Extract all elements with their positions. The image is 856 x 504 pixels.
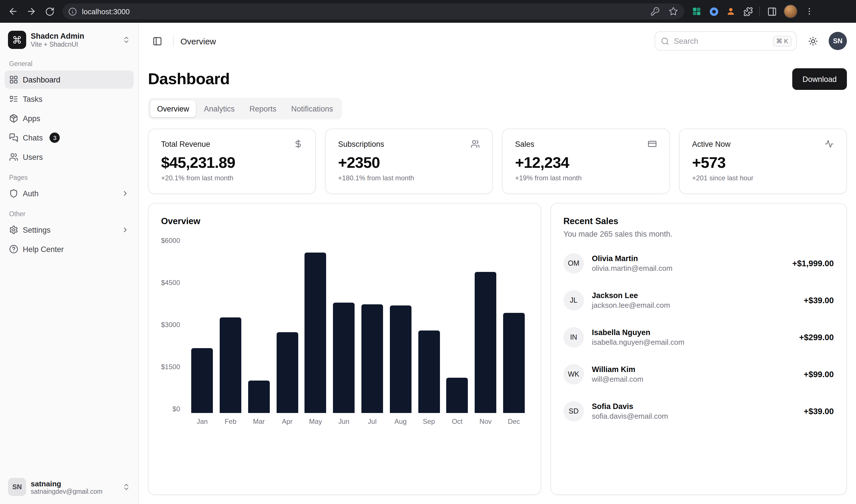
address-bar[interactable]: localhost:3000 — [63, 3, 684, 19]
extensions-menu-button[interactable] — [740, 3, 756, 19]
sale-email: olivia.martin@email.com — [592, 264, 673, 272]
x-tick-label: Dec — [500, 417, 528, 426]
chats-badge: 3 — [50, 132, 60, 143]
search-placeholder: Search — [674, 37, 698, 45]
stat-cards: Total Revenue $45,231.89 +20.1% from las… — [148, 129, 847, 194]
user-name: satnaing — [31, 479, 118, 488]
download-button[interactable]: Download — [792, 68, 847, 90]
chart-yaxis: $6000$4500$3000$1500$0 — [161, 237, 188, 413]
stat-head: Total Revenue — [161, 139, 303, 148]
users-icon — [471, 139, 480, 148]
sidebar-item-tasks[interactable]: Tasks — [4, 90, 134, 108]
stat-card-subscriptions: Subscriptions +2350 +180.1% from last mo… — [325, 129, 493, 194]
tab-analytics[interactable]: Analytics — [197, 100, 242, 117]
info-icon — [68, 7, 76, 16]
main-area: Overview Search ⌘ K SN Dashboard D — [139, 23, 856, 504]
extension-button-3[interactable] — [723, 3, 739, 19]
sidebar-item-help-center[interactable]: Help Center — [4, 240, 134, 258]
kebab-menu-icon — [805, 7, 814, 16]
bar-column — [443, 237, 472, 413]
app-name: Shadcn Admin — [31, 32, 118, 40]
sidebar-user-menu[interactable]: SN satnaing satnaingdev@gmail.com — [4, 474, 134, 500]
sidebar-item-chats[interactable]: Chats 3 — [4, 129, 134, 147]
app-shell: Shadcn Admin Vite + ShadcnUI General Das… — [0, 23, 856, 504]
app-subtitle: Vite + ShadcnUI — [31, 41, 118, 48]
stat-value: $45,231.89 — [161, 154, 303, 172]
bar-column — [330, 237, 358, 413]
bar-column — [386, 237, 415, 413]
bar-column — [415, 237, 443, 413]
sidebar-toggle-button[interactable] — [148, 32, 166, 50]
side-panel-button[interactable] — [763, 3, 780, 20]
sidebar-nav-pages: Auth — [4, 184, 134, 202]
section-label-pages: Pages — [4, 174, 134, 181]
overview-chart-card: Overview $6000$4500$3000$1500$0 JanFebMa… — [148, 203, 541, 495]
list-item: WK William Kim will@email.com +$99.00 — [563, 364, 834, 384]
chrome-separator — [759, 6, 760, 17]
sidebar-item-apps[interactable]: Apps — [4, 109, 134, 127]
theme-toggle-button[interactable] — [804, 32, 822, 50]
sidebar-item-label: Tasks — [23, 95, 42, 103]
sidebar-item-settings[interactable]: Settings — [4, 221, 134, 239]
sidebar-item-label: Help Center — [23, 245, 64, 253]
bar-dec — [503, 313, 525, 413]
browser-menu-button[interactable] — [801, 3, 818, 20]
site-info-button[interactable] — [66, 5, 78, 18]
gear-icon — [9, 225, 18, 234]
chevron-right-icon — [121, 190, 129, 197]
avatar: WK — [563, 364, 584, 384]
team-switcher[interactable]: Shadcn Admin Vite + ShadcnUI — [4, 27, 134, 52]
x-tick-label: Jun — [330, 417, 358, 426]
sidebar-item-auth[interactable]: Auth — [4, 184, 134, 202]
browser-profile-avatar[interactable] — [784, 4, 797, 18]
extension-circle-icon — [709, 6, 719, 16]
x-tick-label: Oct — [443, 417, 472, 426]
extension-button-2[interactable] — [706, 3, 722, 19]
dollar-icon — [294, 139, 303, 148]
search-input[interactable]: Search ⌘ K — [654, 31, 797, 51]
breadcrumb: Overview — [180, 36, 216, 46]
extension-button-1[interactable] — [689, 3, 704, 19]
y-tick-label: $0 — [172, 405, 180, 413]
chevrons-up-down-icon — [122, 36, 130, 44]
sidebar-item-users[interactable]: Users — [4, 148, 134, 166]
bar-jan — [192, 348, 213, 413]
password-manager-button[interactable] — [648, 4, 663, 19]
x-tick-label: Jan — [188, 417, 216, 426]
list-item: SD Sofia Davis sofia.davis@email.com +$3… — [563, 401, 834, 421]
bar-column — [358, 237, 386, 413]
key-icon — [650, 7, 660, 16]
tab-reports[interactable]: Reports — [243, 100, 283, 117]
recent-sales-subtitle: You made 265 sales this month. — [563, 230, 834, 238]
bookmark-button[interactable] — [666, 4, 681, 19]
bar-feb — [220, 318, 241, 413]
list-item: JL Jackson Lee jackson.lee@email.com +$3… — [563, 290, 834, 311]
avatar: IN — [563, 327, 584, 347]
command-icon — [13, 35, 22, 44]
back-button[interactable] — [4, 3, 22, 20]
x-tick-label: Nov — [471, 417, 500, 426]
reload-button[interactable] — [41, 3, 58, 20]
avatar: OM — [563, 253, 584, 274]
forward-button[interactable] — [23, 3, 40, 20]
bar-column — [301, 237, 330, 413]
star-icon — [669, 7, 678, 16]
sale-email: will@email.com — [592, 375, 643, 383]
sale-amount: +$99.00 — [804, 370, 834, 379]
sale-name: Sofia Davis — [592, 402, 668, 411]
sidebar-item-label: Chats — [23, 133, 43, 142]
stat-note: +180.1% from last month — [338, 174, 480, 182]
stat-title: Active Now — [692, 140, 731, 148]
tab-notifications[interactable]: Notifications — [284, 100, 340, 117]
tab-overview[interactable]: Overview — [150, 100, 196, 117]
sale-meta: Olivia Martin olivia.martin@email.com — [592, 254, 673, 272]
stat-title: Subscriptions — [338, 140, 384, 148]
sale-email: isabella.nguyen@email.com — [592, 338, 685, 346]
sidebar-item-dashboard[interactable]: Dashboard — [4, 71, 134, 89]
sidebar-nav-other: Settings Help Center — [4, 221, 134, 258]
profile-avatar[interactable]: SN — [829, 32, 847, 50]
sidebar-item-label: Settings — [23, 226, 51, 234]
y-tick-label: $3000 — [161, 321, 180, 329]
auth-shield-icon — [9, 189, 18, 198]
avatar: JL — [563, 290, 584, 311]
